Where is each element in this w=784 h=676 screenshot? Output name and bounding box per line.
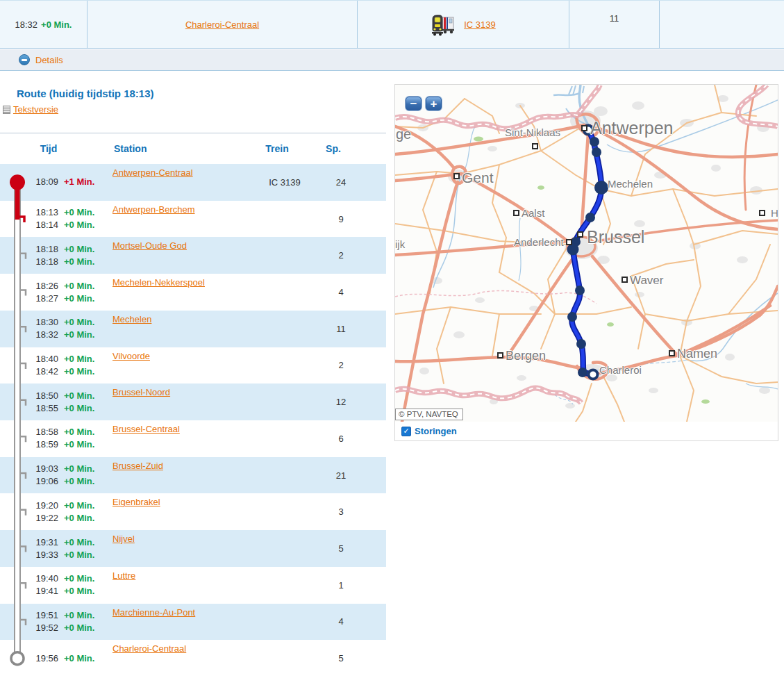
platform-cell: 1 — [324, 567, 358, 604]
delay-cell: +0 Min. +0 Min. — [64, 311, 107, 347]
station-link[interactable]: Charleroi-Centraal — [112, 643, 186, 654]
station-row: 18:30 18:32 +0 Min. +0 Min. Mechelen 11 — [0, 311, 386, 347]
arrival-time: 19:51 — [31, 609, 58, 622]
arrival-time: 19:56 — [31, 652, 58, 665]
station-link[interactable]: Antwerpen-Centraal — [112, 167, 193, 178]
station-link[interactable]: Brussel-Centraal — [112, 424, 180, 434]
delay-cell: +0 Min. +0 Min. — [64, 420, 107, 457]
col-header-station: Station — [114, 143, 239, 154]
summary-platform-cell: 11 — [569, 1, 660, 48]
departure-delay: +0 Min. — [64, 475, 107, 488]
train-cell — [262, 201, 307, 238]
station-link[interactable]: Eigenbrakel — [112, 497, 160, 507]
map-city-marker — [532, 143, 538, 149]
train-icon — [431, 13, 460, 36]
storingen-checkbox[interactable]: ✓ — [401, 427, 411, 436]
station-link[interactable]: Vilvoorde — [112, 351, 150, 361]
platform-cell: 11 — [324, 311, 358, 347]
check-icon: ✓ — [403, 427, 409, 436]
zoom-in-button[interactable]: + — [425, 96, 442, 111]
station-link[interactable]: Mechelen-Nekkerspoel — [112, 277, 205, 288]
platform-cell: 2 — [324, 347, 358, 384]
arrival-time: 18:40 — [31, 353, 58, 365]
arrival-delay: +0 Min. — [64, 463, 107, 475]
map-city-label: Charleroi — [599, 364, 642, 376]
train-cell — [262, 640, 307, 676]
train-cell: IC 3139 — [262, 164, 307, 201]
station-link[interactable]: Mortsel-Oude God — [112, 240, 187, 251]
zoom-out-button[interactable]: − — [405, 96, 422, 111]
station-link[interactable]: Brussel-Zuid — [112, 461, 163, 471]
time-cell: 18:18 18:18 — [31, 237, 58, 274]
arrival-time: 18:58 — [31, 426, 58, 438]
map-city-label: Anderlecht — [514, 236, 564, 248]
station-link[interactable]: Mechelen — [112, 314, 151, 324]
departure-time: 18:14 — [31, 219, 58, 231]
train-cell — [262, 530, 307, 567]
map-city-label: Antwerpen — [590, 118, 674, 138]
summary-train-cell: IC 3139 — [358, 1, 569, 48]
route-map[interactable]: geSint-NiklaasGentAalstijkAnderlechtBrus… — [395, 85, 778, 422]
station-row: 18:13 18:14 +0 Min. +0 Min. Antwerpen-Be… — [0, 201, 386, 238]
details-label[interactable]: Details — [35, 55, 63, 65]
arrival-delay: +0 Min. — [64, 206, 107, 219]
train-cell — [262, 274, 307, 311]
arrival-delay: +0 Min. — [64, 572, 107, 585]
summary-empty-cell — [660, 1, 784, 48]
summary-departure-time: 18:32 — [15, 19, 38, 30]
time-cell: 18:13 18:14 — [31, 201, 58, 238]
platform-cell: 9 — [324, 201, 358, 238]
route-title: Route (huidig tijdstip 18:13) — [17, 88, 154, 99]
time-cell: 18:30 18:32 — [31, 311, 58, 347]
delay-cell: +0 Min. — [64, 640, 107, 676]
station-row: 19:20 19:22 +0 Min. +0 Min. Eigenbrakel … — [0, 493, 386, 530]
departure-time: 19:06 — [31, 475, 58, 488]
route-progress-timeline — [1, 164, 32, 676]
departure-time: 19:41 — [31, 585, 58, 597]
station-row: 18:58 18:59 +0 Min. +0 Min. Brussel-Cent… — [0, 420, 386, 457]
station-row: 19:40 19:41 +0 Min. +0 Min. Luttre 1 — [0, 567, 386, 604]
departure-time: 19:33 — [31, 549, 58, 561]
platform-cell: 6 — [324, 420, 358, 457]
map-panel: geSint-NiklaasGentAalstijkAnderlechtBrus… — [394, 84, 778, 441]
departure-delay: +0 Min. — [64, 365, 107, 378]
station-link[interactable]: Luttre — [112, 570, 135, 581]
departure-time: 18:42 — [31, 365, 58, 378]
station-link[interactable]: Antwerpen-Berchem — [112, 204, 195, 215]
station-row: 18:40 18:42 +0 Min. +0 Min. Vilvoorde 2 — [0, 347, 386, 384]
arrival-delay: +0 Min. — [64, 243, 107, 256]
departure-time: 18:32 — [31, 329, 58, 341]
summary-time-cell: 18:32 +0 Min. — [0, 1, 87, 48]
train-number-link[interactable]: IC 3139 — [464, 19, 496, 30]
time-cell: 19:40 19:41 — [31, 567, 58, 604]
platform-cell: 5 — [324, 640, 358, 676]
route-table: Tijd Station Trein Sp. 18:09 +1 Min. Ant… — [0, 133, 386, 676]
time-cell: 19:31 19:33 — [31, 530, 58, 567]
col-header-platform: Sp. — [316, 143, 351, 154]
departure-delay: +0 Min. — [64, 512, 107, 525]
platform-cell: 5 — [324, 530, 358, 567]
departure-delay: +0 Min. — [64, 292, 107, 305]
departure-time: 19:22 — [31, 512, 58, 525]
map-city-label: Aalst — [522, 207, 544, 219]
departure-time: 18:18 — [31, 256, 58, 268]
platform-cell: 3 — [324, 493, 358, 530]
departure-delay: +0 Min. — [64, 622, 107, 634]
details-toggle-bar[interactable]: Details — [0, 49, 784, 71]
arrival-delay: +0 Min. — [64, 426, 107, 438]
train-cell — [262, 311, 307, 347]
text-version-link[interactable]: Tekstversie — [13, 104, 58, 115]
station-link[interactable]: Marchienne-Au-Pont — [112, 607, 195, 618]
arrival-delay: +0 Min. — [64, 280, 107, 292]
time-cell: 19:56 — [31, 640, 58, 676]
delay-cell: +0 Min. +0 Min. — [64, 567, 107, 604]
destination-link[interactable]: Charleroi-Centraal — [185, 19, 259, 30]
station-row: 19:31 19:33 +0 Min. +0 Min. Nijvel 5 — [0, 530, 386, 567]
storingen-label: Storingen — [415, 426, 457, 436]
text-version-icon — [3, 106, 10, 114]
arrival-delay: +0 Min. — [64, 652, 107, 665]
station-link[interactable]: Nijvel — [112, 534, 135, 544]
collapse-icon[interactable] — [19, 54, 30, 65]
station-link[interactable]: Brussel-Noord — [112, 387, 170, 397]
arrival-time: 18:50 — [31, 390, 58, 402]
